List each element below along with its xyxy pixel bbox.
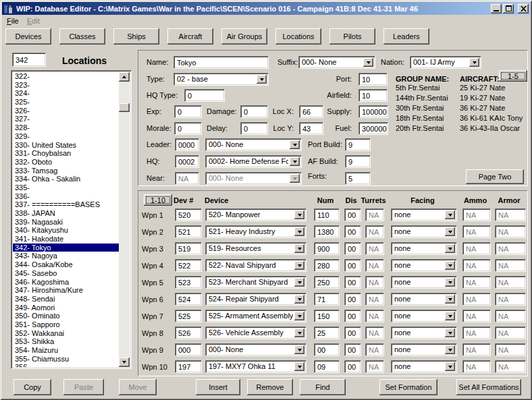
forts-field[interactable]: [345, 172, 371, 185]
delay-field[interactable]: [240, 122, 268, 135]
nation-combo[interactable]: 001- IJ Army: [410, 56, 481, 69]
scroll-down-button[interactable]: [119, 358, 130, 367]
weapon-device-combo[interactable]: 000- None: [205, 343, 307, 356]
weapon-facing-combo-button[interactable]: [445, 312, 455, 320]
weapon-device-combo[interactable]: 522- Naval Shipyard: [205, 259, 307, 272]
tab-leaders[interactable]: Leaders: [383, 28, 429, 45]
location-list-item[interactable]: 323-: [13, 81, 119, 90]
weapon-dis-field[interactable]: [344, 360, 361, 373]
port-build-field[interactable]: [345, 138, 371, 151]
weapon-num-field[interactable]: [314, 326, 340, 339]
weapon-device-combo[interactable]: 520- Manpower: [205, 208, 307, 221]
weapons-range-button[interactable]: 1-10: [144, 194, 172, 206]
weapon-facing-combo[interactable]: none: [391, 225, 457, 238]
location-list-item[interactable]: 348- Sendai: [13, 295, 119, 304]
hq-combo[interactable]: 0002- Home Defense Forc: [205, 155, 302, 168]
location-list-item[interactable]: 332- Oboto: [13, 158, 119, 167]
weapon-dis-field[interactable]: [344, 293, 361, 306]
tab-pilots[interactable]: Pilots: [329, 28, 375, 45]
weapon-device-combo-button[interactable]: [294, 210, 304, 219]
weapon-device-combo-button[interactable]: [294, 328, 304, 337]
location-list-item[interactable]: 354- Maizuru: [13, 346, 119, 355]
location-list-item[interactable]: 329-: [13, 132, 119, 141]
location-list-item[interactable]: 351- Sapporo: [13, 320, 119, 329]
location-list-item[interactable]: 335-: [13, 183, 119, 192]
weapon-num-field[interactable]: [314, 360, 340, 373]
weapon-device-combo[interactable]: 524- Repair Shipyard: [205, 293, 307, 306]
location-list-item[interactable]: 337- ==========BASES: [13, 200, 119, 209]
location-list-item[interactable]: 344- Osaka/Kobe: [13, 260, 119, 269]
copy-button[interactable]: Copy: [14, 379, 51, 395]
weapon-dis-field[interactable]: [344, 259, 361, 272]
weapon-device-combo[interactable]: 523- Merchant Shipyard: [205, 276, 307, 289]
weapon-facing-combo-button[interactable]: [445, 210, 455, 219]
scroll-up-button[interactable]: [119, 72, 130, 82]
hq-combo-button[interactable]: [290, 157, 300, 166]
weapon-facing-combo[interactable]: none: [391, 326, 457, 339]
locations-list[interactable]: 322-323-324-325-326-327-328-329-330- Uni…: [11, 70, 132, 369]
weapon-device-combo[interactable]: 525- Armament Assembly: [205, 310, 307, 322]
weapon-dev-field[interactable]: [175, 343, 202, 356]
weapon-device-combo-button[interactable]: [294, 261, 304, 270]
close-button[interactable]: [518, 4, 529, 13]
type-combo-button[interactable]: [257, 75, 267, 84]
weapon-dis-field[interactable]: [344, 310, 361, 322]
weapon-num-field[interactable]: [314, 208, 340, 221]
weapon-device-combo-button[interactable]: [294, 345, 304, 354]
supply-field[interactable]: [358, 105, 388, 118]
name-field[interactable]: [174, 56, 269, 69]
weapon-dev-field[interactable]: [175, 293, 202, 306]
weapon-num-field[interactable]: [314, 259, 340, 272]
location-list-item[interactable]: 346- Kagoshima: [13, 278, 119, 287]
weapon-num-field[interactable]: [314, 343, 340, 356]
weapon-facing-combo[interactable]: none: [391, 310, 457, 322]
tab-classes[interactable]: Classes: [59, 28, 105, 45]
weapon-facing-combo[interactable]: none: [391, 242, 457, 255]
leader-combo[interactable]: 000- None: [205, 138, 302, 151]
weapon-facing-combo-button[interactable]: [445, 261, 455, 270]
locations-scrollbar[interactable]: [119, 72, 130, 367]
weapon-dis-field[interactable]: [344, 326, 361, 339]
weapon-device-combo-button[interactable]: [294, 312, 304, 320]
location-list-item[interactable]: 353- Shikka: [13, 337, 119, 346]
weapon-facing-combo-button[interactable]: [445, 345, 455, 354]
weapon-facing-combo-button[interactable]: [445, 278, 455, 287]
location-list-item[interactable]: 322-: [13, 72, 119, 81]
location-list-item[interactable]: 350- Ominato: [13, 312, 119, 320]
loc-y-field[interactable]: [299, 122, 323, 135]
minimize-button[interactable]: [491, 4, 502, 13]
weapon-facing-combo[interactable]: none: [391, 276, 457, 289]
weapon-facing-combo[interactable]: none: [391, 343, 457, 356]
find-button[interactable]: Find: [300, 379, 346, 395]
weapon-facing-combo[interactable]: none: [391, 208, 457, 221]
location-list-item[interactable]: 331- Choybalsan: [13, 149, 119, 158]
weapon-device-combo[interactable]: 526- Vehicle Assembly: [205, 326, 307, 339]
location-list-item[interactable]: 339- Nagasaki: [13, 218, 119, 227]
weapon-dev-field[interactable]: [175, 276, 202, 289]
weapon-dis-field[interactable]: [344, 242, 361, 255]
weapon-dis-field[interactable]: [344, 225, 361, 238]
location-list-item[interactable]: 330- United States: [13, 141, 119, 150]
weapon-num-field[interactable]: [314, 242, 340, 255]
maximize-button[interactable]: [503, 4, 514, 13]
tab-ships[interactable]: Ships: [113, 28, 159, 45]
groups-range-button[interactable]: 1-5: [499, 70, 527, 82]
weapon-device-combo[interactable]: 519- Resources: [205, 242, 307, 255]
weapon-dev-field[interactable]: [175, 360, 202, 373]
insert-button[interactable]: Insert: [196, 379, 240, 395]
weapon-facing-combo-button[interactable]: [445, 227, 455, 236]
damage-field[interactable]: [240, 105, 268, 118]
tab-aircraft[interactable]: Aircraft: [167, 28, 213, 45]
page-two-button[interactable]: Page Two: [466, 169, 524, 184]
location-list-item[interactable]: 342- Tokyo: [13, 244, 119, 252]
weapon-device-combo-button[interactable]: [294, 362, 304, 371]
loc-x-field[interactable]: [299, 105, 323, 118]
location-list-item[interactable]: 343- Nagoya: [13, 252, 119, 260]
weapon-dev-field[interactable]: [175, 310, 202, 322]
weapon-facing-combo-button[interactable]: [445, 362, 455, 371]
weapon-num-field[interactable]: [314, 225, 340, 238]
location-list-item[interactable]: 338- JAPAN: [13, 209, 119, 218]
location-list-item[interactable]: 328-: [13, 123, 119, 132]
menu-file[interactable]: File: [3, 16, 23, 27]
location-list-item[interactable]: 340- Kitakyushu: [13, 226, 119, 235]
